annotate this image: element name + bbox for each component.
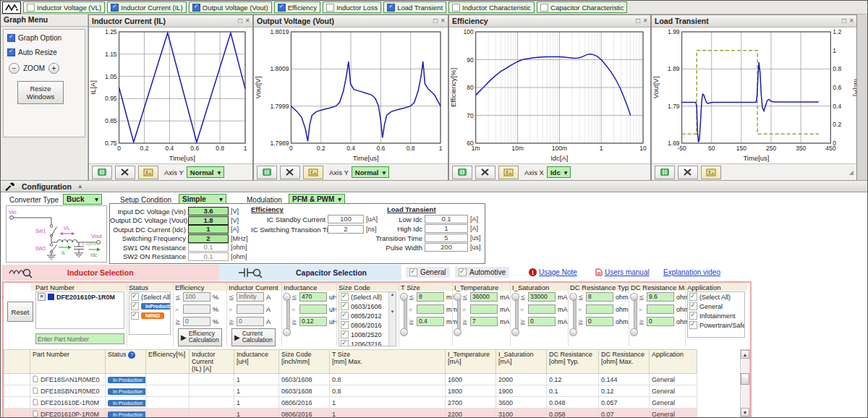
range-slider[interactable] [454, 291, 462, 338]
graph-toggle[interactable]: Load Transient [383, 1, 446, 13]
reset-button[interactable]: Reset [7, 302, 33, 322]
tab-inductor-selection[interactable]: Inductor Selection [2, 265, 219, 281]
range-input[interactable]: 7 [470, 317, 498, 326]
checkbox[interactable] [459, 268, 467, 276]
param-input[interactable]: 5 [425, 234, 468, 242]
usage-note-link[interactable]: !Usage Note [529, 268, 577, 276]
tab-capacitor-selection[interactable]: Capacitor Selection [219, 265, 401, 281]
slider-knob-min[interactable] [630, 328, 638, 336]
graph-toggle[interactable]: Inductor Voltage (VL) [23, 1, 105, 13]
toggle-checkbox[interactable] [192, 4, 200, 12]
column-header[interactable]: Inductance[uH] [234, 350, 279, 374]
option-checkbox[interactable] [7, 34, 15, 42]
toggle-checkbox[interactable] [452, 4, 460, 12]
window-titlebar[interactable]: Inductor Current (IL) □× [89, 15, 252, 27]
range-input[interactable] [528, 304, 556, 314]
param-input[interactable]: 2 [188, 234, 229, 243]
list-scrollbar[interactable]: ▲▼ [388, 292, 396, 346]
param-input[interactable]: 1.8 [188, 216, 229, 225]
checkbox[interactable] [341, 321, 349, 329]
range-input[interactable] [237, 304, 264, 314]
maximize-icon[interactable]: □ [433, 17, 438, 25]
range-slider[interactable] [511, 291, 520, 338]
checklist-item[interactable]: 0806/2016 [339, 320, 396, 330]
checkbox[interactable] [689, 293, 697, 301]
slider-knob-min[interactable] [454, 328, 461, 336]
range-input[interactable] [470, 304, 498, 314]
checklist-item[interactable]: 1206/3216 [339, 339, 396, 346]
checklist-item[interactable]: InProduction [129, 302, 170, 311]
range-input[interactable]: 0 [528, 317, 556, 326]
axis-select[interactable]: Normal▾ [352, 166, 390, 178]
slider-knob-max[interactable] [630, 293, 638, 301]
save-image-button[interactable] [701, 166, 721, 179]
range-input[interactable]: 470 [299, 292, 327, 302]
chart-settings-button[interactable] [115, 166, 135, 179]
export-csv-button[interactable] [655, 166, 675, 179]
export-csv-button[interactable] [257, 166, 277, 179]
inductor_current-calculation-button[interactable]: ▶CurrentCalculation [231, 328, 276, 346]
table-scrollbar[interactable]: ▲ ▼ [740, 349, 750, 417]
slider-knob-max[interactable] [400, 293, 408, 301]
table-row[interactable]: DFE201610E-1R0MIn Production10806/201612… [4, 397, 697, 409]
graph-toggle[interactable]: Capacitor Characteristic [537, 1, 627, 13]
range-input[interactable] [183, 304, 210, 314]
table-row[interactable]: DFE18SAN1R0ME0In Production10603/16080.8… [4, 374, 697, 385]
range-input[interactable]: 0 [647, 317, 674, 326]
checkbox[interactable] [341, 340, 349, 346]
checklist-item[interactable]: 0805/2012 [339, 311, 396, 320]
scroll-down-icon[interactable]: ▼ [741, 408, 749, 417]
close-icon[interactable]: × [441, 17, 445, 25]
param-input[interactable]: 1 [425, 224, 468, 233]
checkbox[interactable] [341, 302, 349, 310]
checklist-item[interactable]: 0603/1608 [339, 302, 396, 311]
graph-toggle[interactable]: Efficiency [274, 1, 320, 13]
param-input[interactable]: 3.6 [188, 207, 229, 216]
close-icon[interactable]: × [245, 17, 250, 25]
part-number-cell[interactable]: DFE18SBN1R0ME0 [30, 385, 106, 397]
graph-toggle[interactable]: Inductor Characteristic [448, 1, 535, 13]
maximize-icon[interactable]: □ [238, 17, 242, 25]
range-input[interactable] [586, 304, 613, 314]
range-input[interactable]: 8 [417, 292, 444, 302]
save-image-button[interactable] [138, 166, 158, 179]
save-image-button[interactable] [498, 166, 519, 179]
part-number-cell[interactable]: DFE18SAN1R0ME0 [30, 374, 106, 385]
checklist-item[interactable]: Infotainment [688, 311, 744, 320]
checklist-item[interactable]: Powertrain/Safety [688, 320, 744, 330]
explanation-video-link[interactable]: Explanation video [663, 268, 720, 276]
checkbox[interactable] [341, 330, 349, 338]
slider-knob-min[interactable] [400, 328, 408, 336]
toggle-checkbox[interactable] [27, 4, 35, 12]
export-csv-button[interactable] [452, 166, 472, 179]
selected-part-item[interactable]: × DFE201610P-1R0M [36, 292, 124, 302]
zoom-out-button[interactable]: − [9, 63, 20, 74]
efficiency-calculation-button[interactable]: ▶EfficiencyCalculation [178, 328, 222, 346]
column-header[interactable]: T Size[mm] Max. [330, 350, 446, 374]
window-titlebar[interactable]: Output Voltage (Vout) □× [254, 15, 448, 27]
toggle-checkbox[interactable] [540, 4, 548, 12]
window-titlebar[interactable]: Load Transient □× [652, 15, 856, 27]
chart-settings-button[interactable] [280, 166, 300, 179]
range-input[interactable] [417, 304, 444, 314]
toggle-checkbox[interactable] [111, 4, 119, 12]
slider-knob-min[interactable] [569, 328, 577, 336]
converter-type-select[interactable]: Buck▾ [63, 194, 102, 205]
slider-knob-max[interactable] [283, 293, 291, 301]
table-row[interactable]: DFE201610P-1R0MIn Production10806/201612… [4, 409, 697, 418]
checkbox[interactable] [131, 312, 139, 320]
axis-select[interactable]: Normal▾ [187, 166, 225, 178]
checklist-item[interactable]: 1008/2520 [339, 330, 396, 339]
range-slider[interactable] [630, 291, 639, 338]
resize-windows-button[interactable]: Resize Windows [17, 81, 64, 104]
maximize-icon[interactable]: □ [842, 17, 846, 25]
checklist-item[interactable]: (Select All) [339, 292, 396, 302]
range-slider[interactable] [569, 291, 578, 338]
column-header[interactable]: I_Saturation[mA] [496, 350, 547, 374]
chart-settings-button[interactable] [475, 166, 495, 179]
range-slider[interactable] [400, 291, 409, 338]
graph-toggle[interactable]: Output Voltage (Vout) [189, 1, 272, 13]
column-header[interactable]: DC Resistance[ohm] Typ. [547, 350, 599, 374]
graph-menu-option[interactable]: Auto Resize [7, 48, 81, 56]
part-number-input[interactable] [35, 333, 124, 344]
